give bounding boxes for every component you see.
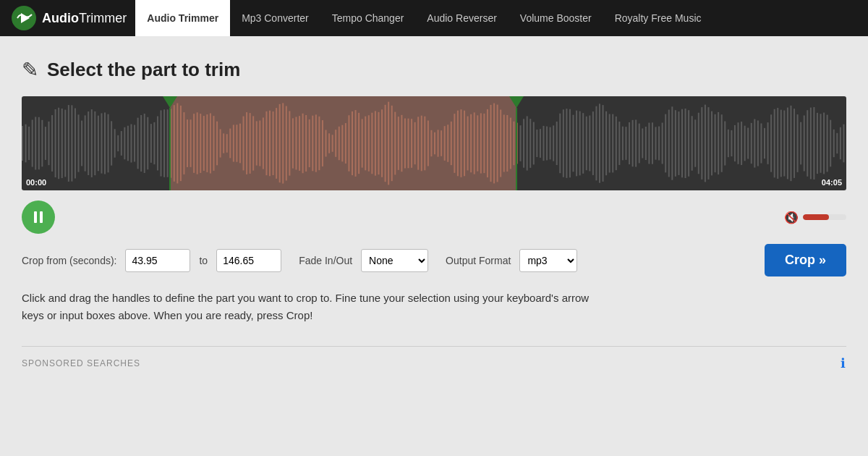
crop-from-input[interactable] [125, 249, 190, 272]
crop-from-label: Crop from (seconds): [22, 255, 116, 266]
handle-left[interactable] [163, 96, 177, 190]
crop-settings: Crop from (seconds): to Fade In/Out None… [22, 244, 846, 276]
nav-link-mp3-converter[interactable]: Mp3 Converter [230, 0, 320, 36]
volume-control: 🔇 [784, 211, 846, 224]
controls-row: 🔇 [22, 200, 846, 234]
time-start: 00:00 [26, 178, 46, 187]
navigation: AudioTrimmer Audio Trimmer Mp3 Converter… [0, 0, 868, 36]
logo-text: AudioTrimmer [42, 11, 127, 26]
format-label: Output Format [446, 255, 511, 266]
nav-link-audio-reverser[interactable]: Audio Reverser [415, 0, 509, 36]
crop-to-input[interactable] [216, 249, 281, 272]
volume-bar[interactable] [803, 214, 846, 220]
page-title-row: ✎ Select the part to trim [22, 58, 846, 82]
nav-link-volume-booster[interactable]: Volume Booster [509, 0, 603, 36]
info-icon[interactable]: ℹ [841, 355, 846, 371]
waveform-canvas [22, 96, 846, 190]
time-end: 04:05 [822, 178, 842, 187]
fade-label: Fade In/Out [299, 255, 352, 266]
handle-right-line [516, 108, 517, 190]
format-select[interactable]: mp3 wav ogg m4a [519, 249, 577, 272]
main-content: ✎ Select the part to trim 00:00 04:05 🔇 [7, 36, 861, 386]
handle-right-arrow [509, 96, 524, 108]
to-label: to [199, 255, 208, 266]
logo[interactable]: AudioTrimmer [12, 6, 127, 30]
page-title: Select the part to trim [47, 59, 240, 81]
nav-link-royalty-free-music[interactable]: Royalty Free Music [603, 0, 713, 36]
handle-left-arrow [163, 96, 177, 108]
play-pause-button[interactable] [22, 200, 55, 234]
waveform-container[interactable]: 00:00 04:05 [22, 96, 846, 190]
nav-links: Audio Trimmer Mp3 Converter Tempo Change… [135, 0, 712, 36]
volume-icon: 🔇 [784, 211, 799, 224]
fade-select[interactable]: None Fade In Fade Out Both [361, 249, 428, 272]
edit-icon: ✎ [22, 58, 38, 82]
instruction-text: Click and drag the handles to define the… [22, 290, 600, 324]
sponsored-label: SPONSORED SEARCHES [22, 358, 140, 368]
volume-fill [803, 214, 829, 220]
pause-icon [34, 211, 43, 223]
sponsored-footer: SPONSORED SEARCHES ℹ [22, 346, 846, 371]
nav-link-tempo-changer[interactable]: Tempo Changer [320, 0, 416, 36]
handle-right[interactable] [509, 96, 524, 190]
nav-link-audio-trimmer[interactable]: Audio Trimmer [135, 0, 230, 36]
logo-icon [12, 6, 36, 30]
crop-button[interactable]: Crop » [765, 244, 846, 276]
handle-left-line [169, 108, 171, 190]
